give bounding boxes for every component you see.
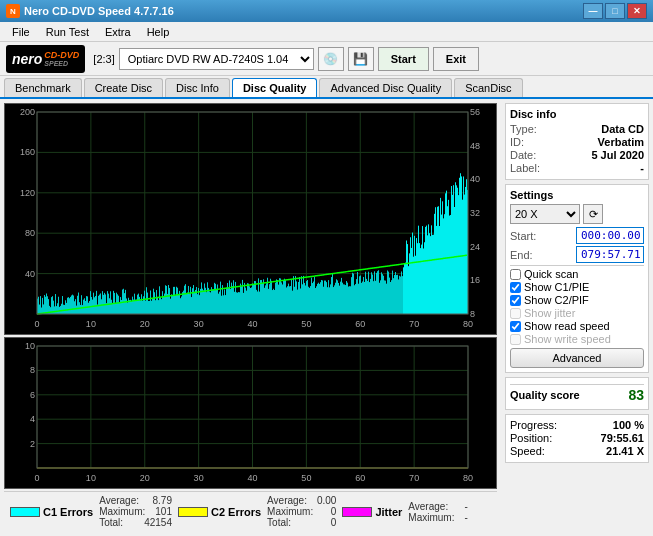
type-value: Data CD xyxy=(601,123,644,135)
checkbox-row-3: Show jitter xyxy=(510,307,644,319)
app-title: Nero CD-DVD Speed 4.7.7.16 xyxy=(24,5,174,17)
checkbox-row-1: Show C1/PIE xyxy=(510,281,644,293)
exit-button[interactable]: Exit xyxy=(433,47,479,71)
checkbox-label-0: Quick scan xyxy=(524,268,578,280)
tab-benchmark[interactable]: Benchmark xyxy=(4,78,82,97)
tab-advanceddiscquality[interactable]: Advanced Disc Quality xyxy=(319,78,452,97)
settings-title: Settings xyxy=(510,189,644,201)
checkbox-label-5: Show write speed xyxy=(524,333,611,345)
checkbox-row-5: Show write speed xyxy=(510,333,644,345)
start-label: Start: xyxy=(510,230,536,242)
main-content: C1 Errors Average:8.79 Maximum:101 Total… xyxy=(0,99,653,535)
speed-row: 20 X ⟳ xyxy=(510,204,644,224)
close-button[interactable]: ✕ xyxy=(627,3,647,19)
tab-discinfo[interactable]: Disc Info xyxy=(165,78,230,97)
start-time-row: Start: 000:00.00 xyxy=(510,227,644,244)
end-time-row: End: 079:57.71 xyxy=(510,246,644,263)
settings-refresh-btn[interactable]: ⟳ xyxy=(583,204,603,224)
id-label: ID: xyxy=(510,136,524,148)
checkbox-label-4: Show read speed xyxy=(524,320,610,332)
titlebar: N Nero CD-DVD Speed 4.7.7.16 — □ ✕ xyxy=(0,0,653,22)
checkbox-2[interactable] xyxy=(510,295,521,306)
app-icon: N xyxy=(6,4,20,18)
tab-scandisc[interactable]: ScanDisc xyxy=(454,78,522,97)
position-label: Position: xyxy=(510,432,552,444)
c2-color xyxy=(178,507,208,517)
checkbox-5[interactable] xyxy=(510,334,521,345)
progress-value: 100 % xyxy=(613,419,644,431)
c2-stat-box: C2 Errors Average:0.00 Maximum:0 Total:0 xyxy=(178,495,336,528)
menubar: File Run Test Extra Help xyxy=(0,22,653,42)
checkbox-row-2: Show C2/PIF xyxy=(510,294,644,306)
position-value: 79:55.61 xyxy=(601,432,644,444)
progress-group: Progress: 100 % Position: 79:55.61 Speed… xyxy=(505,414,649,463)
checkbox-1[interactable] xyxy=(510,282,521,293)
label-value: - xyxy=(640,162,644,174)
nero-logo: nero CD-DVD SPEED xyxy=(6,45,85,73)
date-value: 5 Jul 2020 xyxy=(591,149,644,161)
settings-group: Settings 20 X ⟳ Start: 000:00.00 End: 07… xyxy=(505,184,649,373)
checkbox-label-3: Show jitter xyxy=(524,307,575,319)
titlebar-left: N Nero CD-DVD Speed 4.7.7.16 xyxy=(6,4,174,18)
stats-footer: C1 Errors Average:8.79 Maximum:101 Total… xyxy=(4,491,497,531)
menu-extra[interactable]: Extra xyxy=(97,24,139,40)
disc-info-title: Disc info xyxy=(510,108,644,120)
bottom-chart xyxy=(4,337,497,489)
menu-runtest[interactable]: Run Test xyxy=(38,24,97,40)
save-button[interactable]: 💾 xyxy=(348,47,374,71)
jitter-label: Jitter xyxy=(375,506,402,518)
speed-value: 21.41 X xyxy=(606,445,644,457)
disc-info-group: Disc info Type: Data CD ID: Verbatim Dat… xyxy=(505,103,649,180)
drive-select[interactable]: Optiarc DVD RW AD-7240S 1.04 xyxy=(119,48,314,70)
quality-score-row: Quality score 83 xyxy=(510,384,644,405)
c1-color xyxy=(10,507,40,517)
tabs: Benchmark Create Disc Disc Info Disc Qua… xyxy=(0,76,653,99)
toolbar: nero CD-DVD SPEED [2:3] Optiarc DVD RW A… xyxy=(0,42,653,76)
checkbox-label-1: Show C1/PIE xyxy=(524,281,589,293)
right-panel: Disc info Type: Data CD ID: Verbatim Dat… xyxy=(501,99,653,535)
tab-discquality[interactable]: Disc Quality xyxy=(232,78,318,97)
c1-stats: Average:8.79 Maximum:101 Total:42154 xyxy=(99,495,172,528)
advanced-button[interactable]: Advanced xyxy=(510,348,644,368)
top-chart xyxy=(4,103,497,335)
speed-select[interactable]: 20 X xyxy=(510,204,580,224)
drive-label: [2:3] xyxy=(93,53,114,65)
checkbox-0[interactable] xyxy=(510,269,521,280)
date-label: Date: xyxy=(510,149,536,161)
end-value[interactable]: 079:57.71 xyxy=(576,246,644,263)
c2-stats: Average:0.00 Maximum:0 Total:0 xyxy=(267,495,336,528)
id-value: Verbatim xyxy=(598,136,644,148)
checkbox-4[interactable] xyxy=(510,321,521,332)
quality-score-value: 83 xyxy=(628,387,644,403)
menu-help[interactable]: Help xyxy=(139,24,178,40)
checkbox-3[interactable] xyxy=(510,308,521,319)
c1-stat-box: C1 Errors Average:8.79 Maximum:101 Total… xyxy=(10,495,172,528)
checkbox-row-4: Show read speed xyxy=(510,320,644,332)
quality-score-group: Quality score 83 xyxy=(505,377,649,410)
type-label: Type: xyxy=(510,123,537,135)
tab-createdisc[interactable]: Create Disc xyxy=(84,78,163,97)
checkbox-row-0: Quick scan xyxy=(510,268,644,280)
quality-score-label: Quality score xyxy=(510,389,580,401)
jitter-color xyxy=(342,507,372,517)
c2-label: C2 Errors xyxy=(211,506,261,518)
c1-label: C1 Errors xyxy=(43,506,93,518)
minimize-button[interactable]: — xyxy=(583,3,603,19)
checkbox-label-2: Show C2/PIF xyxy=(524,294,589,306)
menu-file[interactable]: File xyxy=(4,24,38,40)
disc-icon-button[interactable]: 💿 xyxy=(318,47,344,71)
titlebar-buttons: — □ ✕ xyxy=(583,3,647,19)
speed-label: Speed: xyxy=(510,445,545,457)
label-label: Label: xyxy=(510,162,540,174)
progress-label: Progress: xyxy=(510,419,557,431)
maximize-button[interactable]: □ xyxy=(605,3,625,19)
end-label: End: xyxy=(510,249,533,261)
start-button[interactable]: Start xyxy=(378,47,429,71)
jitter-stats: Average:- Maximum:- xyxy=(408,501,467,523)
start-value[interactable]: 000:00.00 xyxy=(576,227,644,244)
chart-area: C1 Errors Average:8.79 Maximum:101 Total… xyxy=(0,99,501,535)
jitter-stat-box: Jitter Average:- Maximum:- xyxy=(342,495,467,528)
